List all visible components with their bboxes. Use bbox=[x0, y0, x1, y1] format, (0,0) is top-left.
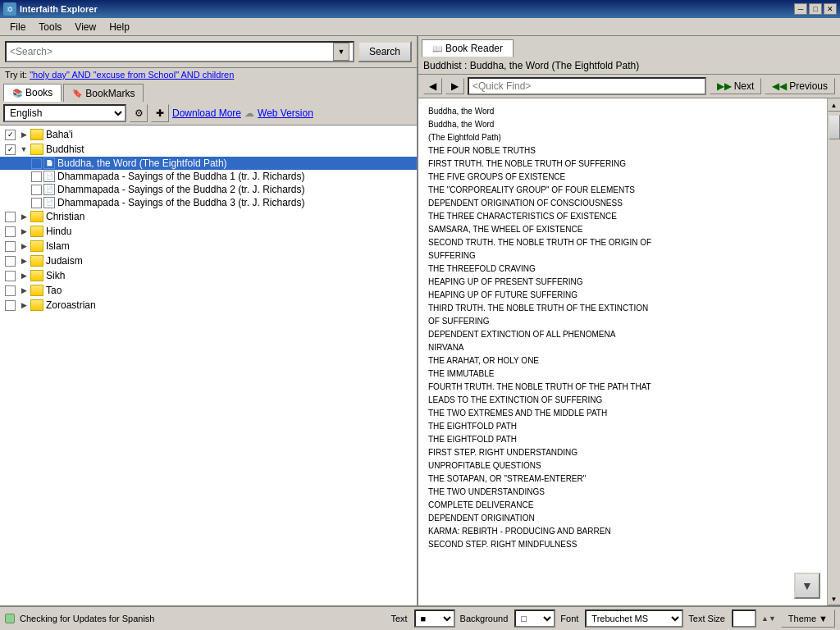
tree-item-bahai[interactable]: ▶ Baha'i bbox=[0, 127, 417, 142]
expand-tao[interactable]: ▶ bbox=[17, 284, 30, 297]
tree-item-christian[interactable]: ▶ Christian bbox=[0, 209, 417, 224]
scroll-track[interactable] bbox=[828, 112, 841, 592]
forward-button[interactable]: ▶ bbox=[445, 78, 464, 94]
tab-book-reader[interactable]: 📖 Book Reader bbox=[422, 39, 514, 57]
menu-file[interactable]: File bbox=[3, 20, 32, 34]
checkbox-buddha-word[interactable] bbox=[31, 158, 42, 169]
expand-christian[interactable]: ▶ bbox=[17, 210, 30, 223]
text-size-input[interactable]: 10 bbox=[732, 609, 756, 628]
tree-view[interactable]: ▶ Baha'i ▼ Buddhist 📄 Buddha, the Word (… bbox=[0, 126, 417, 605]
expand-islam[interactable]: ▶ bbox=[17, 240, 30, 253]
title-bar: ✡ Interfaith Explorer ─ □ ✕ bbox=[0, 0, 840, 18]
expand-zoroastrian[interactable]: ▶ bbox=[17, 299, 30, 312]
folder-icon-hindu bbox=[30, 226, 43, 237]
tree-item-zoroastrian[interactable]: ▶ Zoroastrian bbox=[0, 298, 417, 313]
content-line: (The Eightfold Path) bbox=[428, 131, 817, 144]
text-label: Text bbox=[390, 614, 407, 623]
label-dhammapada2: Dhammapada - Sayings of the Buddha 2 (tr… bbox=[57, 184, 304, 195]
scroll-up-button[interactable]: ▲ bbox=[828, 98, 841, 112]
content-line: DEPENDENT ORIGINATION OF CONSCIOUSNESS bbox=[428, 197, 817, 210]
quick-find-input[interactable] bbox=[468, 77, 706, 95]
expand-buddhist[interactable]: ▼ bbox=[17, 143, 30, 156]
checkbox-tao[interactable] bbox=[5, 285, 16, 296]
expand-hindu[interactable]: ▶ bbox=[17, 225, 30, 238]
tab-books[interactable]: 📚 Books bbox=[3, 84, 62, 102]
reader-header: Buddhist : Buddha, the Word (The Eightfo… bbox=[418, 57, 840, 75]
web-version-link[interactable]: Web Version bbox=[258, 107, 313, 119]
tree-item-hindu[interactable]: ▶ Hindu bbox=[0, 224, 417, 239]
folder-icon-islam bbox=[30, 240, 43, 252]
minimize-button[interactable]: ─ bbox=[794, 3, 807, 15]
checkbox-hindu[interactable] bbox=[5, 226, 16, 237]
checkbox-dhammapada3[interactable] bbox=[31, 198, 42, 208]
right-panel: 📖 Book Reader Buddhist : Buddha, the Wor… bbox=[418, 36, 840, 605]
menu-tools[interactable]: Tools bbox=[32, 20, 68, 34]
tree-item-judaism[interactable]: ▶ Judaism bbox=[0, 253, 417, 268]
scrollbar[interactable]: ▲ ▼ bbox=[827, 98, 840, 605]
tree-item-dhammapada3[interactable]: 📄 Dhammapada - Sayings of the Buddha 3 (… bbox=[0, 196, 417, 209]
back-button[interactable]: ◀ bbox=[423, 78, 442, 94]
language-select[interactable]: English bbox=[3, 104, 126, 122]
settings-icon-button[interactable]: ⚙ bbox=[130, 104, 148, 122]
checkbox-islam[interactable] bbox=[5, 241, 16, 252]
scroll-down-overlay-button[interactable]: ▼ bbox=[794, 573, 820, 599]
reader-content[interactable]: Buddha, the WordBuddha, the Word(The Eig… bbox=[418, 98, 827, 605]
font-label: Font bbox=[560, 614, 578, 623]
content-line: FIRST STEP. RIGHT UNDERSTANDING bbox=[428, 446, 817, 459]
close-button[interactable]: ✕ bbox=[824, 3, 837, 15]
tree-item-dhammapada1[interactable]: 📄 Dhammapada - Sayings of the Buddha 1 (… bbox=[0, 170, 417, 183]
menu-help[interactable]: Help bbox=[103, 20, 136, 34]
content-line: THE ARAHAT, OR HOLY ONE bbox=[428, 354, 817, 368]
content-line: SECOND TRUTH. THE NOBLE TRUTH OF THE ORI… bbox=[428, 236, 817, 249]
background-color-select[interactable]: □ bbox=[514, 609, 555, 628]
try-it-link[interactable]: "holy day" AND "excuse from School" AND … bbox=[30, 70, 234, 80]
checkbox-dhammapada1[interactable] bbox=[31, 171, 42, 182]
search-input[interactable] bbox=[10, 46, 333, 57]
label-tao: Tao bbox=[46, 285, 62, 296]
checkbox-christian[interactable] bbox=[5, 212, 16, 222]
checkbox-buddhist[interactable] bbox=[5, 144, 16, 155]
content-line: HEAPING UP OF PRESENT SUFFERING bbox=[428, 276, 817, 289]
next-button[interactable]: ▶▶ Next bbox=[710, 78, 762, 94]
expand-sikh[interactable]: ▶ bbox=[17, 269, 30, 282]
tree-item-buddha-word[interactable]: 📄 Buddha, the Word (The Eightfold Path) bbox=[0, 157, 417, 170]
prev-label: Previous bbox=[789, 80, 828, 92]
theme-button[interactable]: Theme ▼ bbox=[781, 609, 835, 628]
text-color-select[interactable]: ■ bbox=[414, 609, 455, 628]
book-reader-label: Book Reader bbox=[445, 43, 503, 54]
tree-item-buddhist[interactable]: ▼ Buddhist bbox=[0, 142, 417, 157]
tree-item-dhammapada2[interactable]: 📄 Dhammapada - Sayings of the Buddha 2 (… bbox=[0, 183, 417, 196]
content-line: THE IMMUTABLE bbox=[428, 368, 817, 381]
tab-bookmarks[interactable]: 🔖 BookMarks bbox=[63, 84, 144, 102]
bookmarks-tab-label: BookMarks bbox=[85, 88, 135, 99]
tree-item-islam[interactable]: ▶ Islam bbox=[0, 239, 417, 253]
folder-icon-tao bbox=[30, 285, 43, 296]
previous-button[interactable]: ◀◀ Previous bbox=[765, 78, 835, 94]
expand-bahai[interactable]: ▶ bbox=[17, 128, 30, 141]
maximize-button[interactable]: □ bbox=[809, 3, 822, 15]
download-more-link[interactable]: Download More bbox=[172, 107, 241, 119]
content-line: SAMSARA, THE WHEEL OF EXISTENCE bbox=[428, 223, 817, 236]
menu-view[interactable]: View bbox=[68, 20, 103, 34]
font-select[interactable]: Trebuchet MS bbox=[585, 609, 683, 628]
doc-icon-buddha-word: 📄 bbox=[43, 158, 55, 169]
scroll-thumb[interactable] bbox=[829, 115, 840, 139]
label-buddhist: Buddhist bbox=[46, 144, 84, 155]
add-icon-button[interactable]: ✚ bbox=[151, 104, 169, 122]
checkbox-bahai[interactable] bbox=[5, 130, 16, 140]
checkbox-dhammapada2[interactable] bbox=[31, 185, 42, 195]
search-dropdown-button[interactable]: ▼ bbox=[333, 43, 349, 61]
expand-judaism[interactable]: ▶ bbox=[17, 254, 30, 267]
scroll-down-button[interactable]: ▼ bbox=[828, 592, 841, 605]
checkbox-judaism[interactable] bbox=[5, 256, 16, 267]
search-button[interactable]: Search bbox=[358, 41, 412, 62]
checkbox-zoroastrian[interactable] bbox=[5, 300, 16, 311]
bookmarks-tab-icon: 🔖 bbox=[72, 89, 82, 98]
checkbox-sikh[interactable] bbox=[5, 271, 16, 281]
tree-item-sikh[interactable]: ▶ Sikh bbox=[0, 268, 417, 283]
try-it-label: Try it: bbox=[5, 70, 27, 80]
content-line: THE THREE CHARACTERISTICS OF EXISTENCE bbox=[428, 210, 817, 223]
content-line: THE EIGHTFOLD PATH bbox=[428, 433, 817, 446]
menu-bar: File Tools View Help bbox=[0, 18, 840, 36]
tree-item-tao[interactable]: ▶ Tao bbox=[0, 283, 417, 298]
